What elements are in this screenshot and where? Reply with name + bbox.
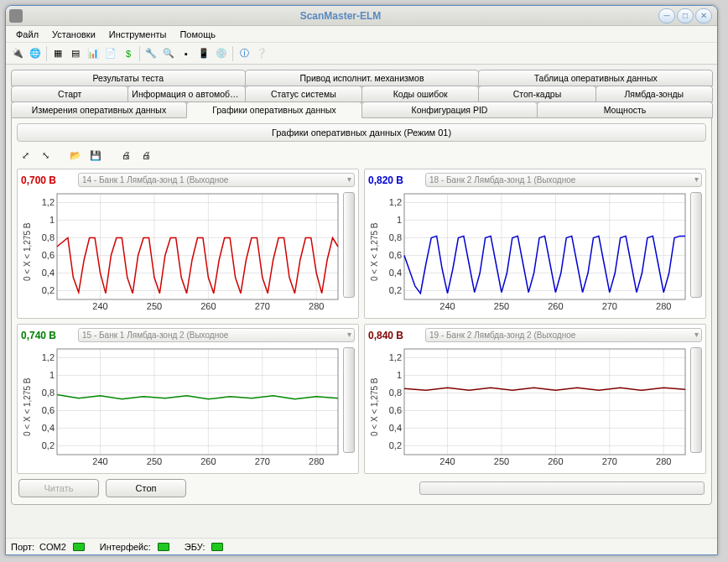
svg-text:270: 270 [602,456,617,466]
app-window: ScanMaster-ELM ─ □ ✕ Файл Установки Инст… [5,5,718,555]
graph1-scrollbar[interactable] [343,192,355,298]
svg-rect-45 [404,194,685,299]
svg-text:0,4: 0,4 [42,423,55,433]
svg-text:0,6: 0,6 [389,250,402,260]
menu-file[interactable]: Файл [9,28,45,41]
tab-live-graphs[interactable]: Графики оперативных данных [186,101,362,118]
stop-button[interactable]: Стоп [106,479,186,497]
dollar-icon[interactable]: $ [120,45,137,62]
tab-system-status[interactable]: Статус системы [245,86,362,102]
svg-text:1,2: 1,2 [42,352,55,362]
tab-pid-config[interactable]: Конфигурация PID [361,101,538,118]
svg-text:0,4: 0,4 [42,268,55,278]
tab-test-results[interactable]: Результаты теста [11,70,246,86]
svg-text:0,6: 0,6 [42,405,55,415]
help-icon[interactable]: ❔ [253,45,270,62]
connect-icon[interactable]: 🔌 [9,45,26,62]
svg-text:280: 280 [309,301,324,311]
report-icon[interactable]: 📄 [102,45,119,62]
status-ecu-label: ЭБУ: [185,542,205,552]
status-iface-label: Интерфейс: [100,542,151,552]
tool2-icon[interactable]: 🔍 [160,45,177,62]
graph3-scrollbar[interactable] [343,347,355,453]
svg-text:280: 280 [656,456,671,466]
svg-text:0,2: 0,2 [42,440,55,450]
expand-icon[interactable]: ⤢ [17,147,34,164]
tab-vehicle-info[interactable]: Информация о автомобиле [127,86,245,102]
tab-start[interactable]: Старт [11,86,128,102]
print-preview-icon[interactable]: 🖨 [138,147,154,164]
progress-bar [419,481,705,495]
svg-text:1,2: 1,2 [389,352,402,362]
close-button[interactable]: ✕ [695,8,712,23]
tabrow-3: Измерения оперативных данных Графики опе… [11,101,712,118]
graph2-pid-select[interactable]: 18 - Банк 2 Лямбда-зонд 1 (Выходное [425,173,702,187]
graph2-ylabel: 0 < X < 1,275 B [368,189,381,315]
menu-tools[interactable]: Инструменты [102,28,174,41]
tab-live-measure[interactable]: Измерения оперативных данных [11,101,187,118]
svg-text:260: 260 [200,301,216,311]
tab-live-table[interactable]: Таблица оперативных данных [478,70,713,86]
titlebar[interactable]: ScanMaster-ELM ─ □ ✕ [6,6,717,26]
svg-text:0,8: 0,8 [42,388,55,398]
svg-rect-68 [57,349,338,455]
menubar: Файл Установки Инструменты Помощь [6,26,717,43]
read-button[interactable]: Читать [18,479,99,497]
tab-dtc[interactable]: Коды ошибок [361,86,479,102]
terminal-icon[interactable]: ▪ [178,45,195,62]
svg-text:240: 240 [92,301,107,311]
graph-toolbar: ⤢ ⤡ 📂 💾 🖨 🖨 [17,145,706,169]
graph3-pid-select[interactable]: 15 - Банк 1 Лямбда-зонд 2 (Выходное [78,328,355,342]
tab-power[interactable]: Мощность [537,101,713,118]
tab-actuators[interactable]: Привод исполнит. механизмов [245,70,480,86]
print-icon[interactable]: 🖨 [117,147,134,164]
statusbar: Порт: COM2 Интерфейс: ЭБУ: [6,538,717,554]
tool1-icon[interactable]: 🔧 [143,45,159,62]
svg-text:0,8: 0,8 [389,232,402,242]
svg-text:260: 260 [548,456,563,466]
graph4-chart: 0,20,40,60,811,2240250260270280 [381,344,689,470]
svg-text:270: 270 [602,301,617,311]
graph3-ylabel: 0 < X < 1,275 B [21,344,34,470]
svg-text:270: 270 [255,456,270,466]
device-icon[interactable]: 📱 [195,45,212,62]
graph2-scrollbar[interactable] [690,192,702,298]
svg-text:240: 240 [92,456,107,466]
tabrow-2: Старт Информация о автомобиле Статус сис… [11,86,712,102]
svg-text:0,8: 0,8 [389,388,402,398]
maximize-button[interactable]: □ [677,8,694,23]
ecu-led-icon [211,543,223,551]
menu-settings[interactable]: Установки [45,28,102,41]
disc-icon[interactable]: 💿 [213,45,230,62]
chart-icon[interactable]: 📊 [85,45,101,62]
graph-panel-4: 0,840 В 19 - Банк 2 Лямбда-зонд 2 (Выход… [364,324,706,474]
svg-text:1: 1 [397,370,402,380]
open-icon[interactable]: 📂 [67,147,84,164]
graph4-value: 0,840 В [368,330,419,341]
window-title: ScanMaster-ELM [23,10,658,22]
grid2-icon[interactable]: ▤ [67,45,84,62]
save-icon[interactable]: 💾 [87,147,104,164]
minimize-button[interactable]: ─ [658,8,675,23]
grid1-icon[interactable]: ▦ [49,45,66,62]
graph2-value: 0,820 В [368,174,419,186]
svg-text:280: 280 [656,301,671,311]
tab-lambda[interactable]: Лямбда-зонды [595,86,713,102]
svg-text:1: 1 [49,215,55,225]
svg-rect-91 [404,349,685,455]
port-led-icon [73,543,85,551]
tab-freeze-frames[interactable]: Стоп-кадры [478,86,595,102]
info-icon[interactable]: ⓘ [236,45,252,62]
svg-text:240: 240 [439,301,455,311]
menu-help[interactable]: Помощь [173,28,222,41]
tab-content: Графики оперативных данных (Режим 01) ⤢ … [11,117,712,505]
graph2-chart: 0,20,40,60,811,2240250260270280 [381,189,689,315]
graph1-pid-select[interactable]: 14 - Банк 1 Лямбда-зонд 1 (Выходное [78,173,355,187]
graph4-pid-select[interactable]: 19 - Банк 2 Лямбда-зонд 2 (Выходное [425,328,702,342]
graph-panel-1: 0,700 В 14 - Банк 1 Лямбда-зонд 1 (Выход… [17,169,359,319]
collapse-icon[interactable]: ⤡ [37,147,54,164]
svg-text:240: 240 [439,456,455,466]
graph4-scrollbar[interactable] [690,347,702,453]
graph-panel-2: 0,820 В 18 - Банк 2 Лямбда-зонд 1 (Выход… [364,169,706,319]
globe-icon[interactable]: 🌐 [27,45,44,62]
